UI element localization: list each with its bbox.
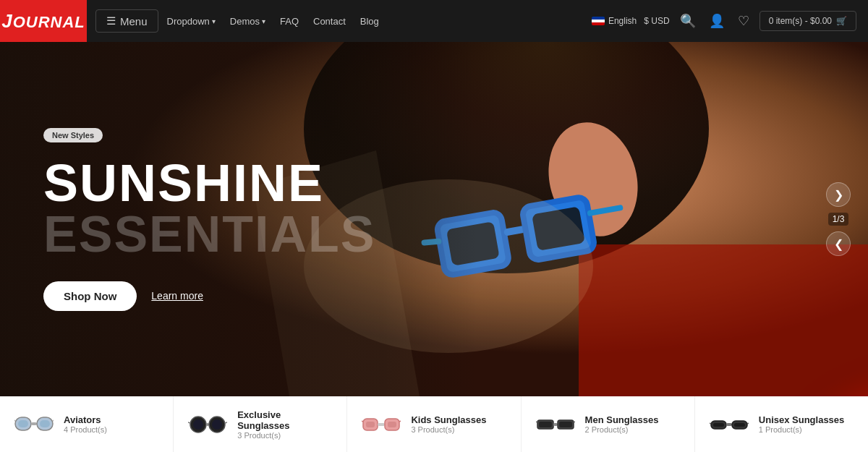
aviators-count: 4 Product(s) <box>64 425 107 434</box>
svg-line-26 <box>188 422 190 423</box>
search-button[interactable]: 🔍 <box>677 10 699 32</box>
wishlist-button[interactable]: ♡ <box>735 10 752 32</box>
menu-bars-icon: ☰ <box>106 14 116 27</box>
kids-image <box>362 405 401 444</box>
svg-rect-15 <box>18 420 28 427</box>
nav-links: Dropdown ▾ Demos ▾ FAQ Contact Blog <box>167 16 583 27</box>
svg-line-20 <box>53 419 54 421</box>
exclusive-image <box>188 405 227 444</box>
categories-row: Aviators 4 Product(s) Exclusive Sunglass… <box>0 396 868 452</box>
svg-rect-36 <box>539 422 552 427</box>
flag-icon <box>592 17 605 25</box>
svg-line-19 <box>14 419 15 421</box>
exclusive-name: Exclusive Sunglasses <box>237 409 332 431</box>
nav-link-blog[interactable]: Blog <box>360 16 379 27</box>
hero-badge: New Styles <box>43 128 103 142</box>
category-kids[interactable]: Kids Sunglasses 3 Product(s) <box>347 396 521 452</box>
slider-prev-button[interactable]: ❮ <box>826 231 851 256</box>
svg-rect-43 <box>713 423 724 427</box>
hero-title-line2: ESSENTIALS <box>43 209 825 260</box>
cart-icon: 🛒 <box>836 16 847 26</box>
account-button[interactable]: 👤 <box>706 10 728 32</box>
category-men[interactable]: Men Sunglasses 2 Product(s) <box>522 396 695 452</box>
kids-name: Kids Sunglasses <box>411 414 486 425</box>
navbar: JOURNAL ☰ Menu Dropdown ▾ Demos ▾ FAQ Co… <box>0 0 868 42</box>
unisex-count: 1 Product(s) <box>759 425 845 434</box>
exclusive-text: Exclusive Sunglasses 3 Product(s) <box>237 409 332 440</box>
user-icon: 👤 <box>709 14 725 28</box>
svg-rect-46 <box>734 423 745 427</box>
men-count: 2 Product(s) <box>585 425 659 434</box>
svg-rect-16 <box>31 422 37 425</box>
category-exclusive[interactable]: Exclusive Sunglasses 3 Product(s) <box>174 396 347 452</box>
svg-point-25 <box>212 419 222 430</box>
svg-rect-18 <box>40 420 50 427</box>
unisex-name: Unisex Sunglasses <box>759 414 845 425</box>
currency-selector[interactable]: $ USD <box>644 16 669 26</box>
aviators-name: Aviators <box>64 414 107 425</box>
demos-arrow-icon: ▾ <box>262 17 265 25</box>
shop-now-button[interactable]: Shop Now <box>43 281 137 311</box>
cart-button[interactable]: 0 item(s) - $0.00 🛒 <box>760 11 856 31</box>
nav-link-contact[interactable]: Contact <box>313 16 346 27</box>
nav-right: English $ USD 🔍 👤 ♡ 0 item(s) - $0.00 🛒 <box>592 10 856 32</box>
hero-title-line1: SUNSHINE <box>43 157 825 209</box>
men-image <box>536 405 575 444</box>
svg-rect-29 <box>366 422 375 427</box>
aviators-image <box>14 405 54 444</box>
heart-icon: ♡ <box>738 14 749 28</box>
exclusive-count: 3 Product(s) <box>237 431 332 440</box>
svg-rect-32 <box>388 422 396 427</box>
hero-section: New Styles SUNSHINE ESSENTIALS Shop Now … <box>0 42 868 396</box>
nav-link-dropdown[interactable]: Dropdown ▾ <box>167 16 216 27</box>
hero-content: New Styles SUNSHINE ESSENTIALS Shop Now … <box>0 42 868 396</box>
kids-count: 3 Product(s) <box>411 425 486 434</box>
slider-navigation: ❯ 1/3 ❮ <box>826 182 851 256</box>
slide-counter: 1/3 <box>828 213 849 226</box>
category-unisex[interactable]: Unisex Sunglasses 1 Product(s) <box>695 396 868 452</box>
unisex-text: Unisex Sunglasses 1 Product(s) <box>759 414 845 434</box>
chevron-left-icon: ❮ <box>834 237 843 251</box>
nav-link-demos[interactable]: Demos ▾ <box>230 16 265 27</box>
kids-text: Kids Sunglasses 3 Product(s) <box>411 414 486 434</box>
language-selector[interactable]: English <box>592 16 637 26</box>
nav-link-faq[interactable]: FAQ <box>280 16 299 27</box>
svg-rect-39 <box>559 422 572 427</box>
menu-button[interactable]: ☰ Menu <box>95 9 158 33</box>
learn-more-button[interactable]: Learn more <box>151 290 203 302</box>
logo[interactable]: JOURNAL <box>0 0 87 42</box>
svg-line-27 <box>225 422 227 423</box>
search-icon: 🔍 <box>680 14 696 28</box>
slider-next-button[interactable]: ❯ <box>826 182 851 207</box>
men-text: Men Sunglasses 2 Product(s) <box>585 414 659 434</box>
men-name: Men Sunglasses <box>585 414 659 425</box>
unisex-image <box>710 405 749 444</box>
dropdown-arrow-icon: ▾ <box>212 17 216 25</box>
category-aviators[interactable]: Aviators 4 Product(s) <box>0 396 174 452</box>
hero-buttons: Shop Now Learn more <box>43 281 825 311</box>
svg-rect-44 <box>726 423 732 426</box>
logo-text: JOURNAL <box>1 10 85 33</box>
aviators-text: Aviators 4 Product(s) <box>64 414 107 434</box>
chevron-right-icon: ❯ <box>834 188 843 202</box>
svg-point-22 <box>193 419 203 430</box>
svg-rect-30 <box>378 423 385 426</box>
svg-rect-37 <box>553 423 558 426</box>
